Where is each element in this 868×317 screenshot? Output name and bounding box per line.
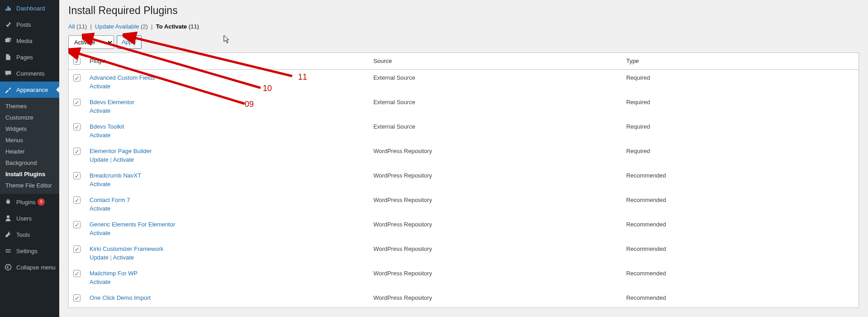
row-actions: Activate (90, 83, 364, 90)
row-action-activate[interactable]: Activate (90, 181, 110, 187)
sidebar-item-label: Posts (16, 21, 31, 28)
sidebar-item-label: Settings (16, 248, 38, 255)
cell-source: WordPress Repository (369, 265, 621, 290)
row-action-update[interactable]: Update (90, 156, 109, 163)
submenu-theme-file-editor[interactable]: Theme File Editor (0, 180, 59, 191)
select-all-checkbox[interactable] (73, 58, 81, 65)
annotation-label-09: 09 (245, 100, 254, 109)
appearance-icon (4, 85, 13, 94)
submenu-widgets[interactable]: Widgets (0, 123, 59, 134)
plugin-name-link[interactable]: One Click Demo Import (90, 294, 151, 301)
sidebar-item-users[interactable]: Users (0, 210, 59, 226)
plugins-icon (4, 197, 13, 207)
sidebar-item-tools[interactable]: Tools (0, 226, 59, 243)
sidebar-item-posts[interactable]: Posts (0, 16, 59, 33)
row-checkbox[interactable] (73, 148, 81, 155)
submenu-themes[interactable]: Themes (0, 101, 59, 112)
table-row: Kirki Customizer Framework Update | Acti… (69, 241, 859, 265)
annotation-label-11: 11 (298, 72, 307, 82)
row-checkbox[interactable] (73, 294, 81, 302)
plugin-name-link[interactable]: Generic Elements For Elementor (90, 221, 175, 228)
plugin-name-link[interactable]: Elementor Page Builder (90, 148, 152, 154)
plugin-name-link[interactable]: Advanced Custom Fields (90, 74, 155, 81)
row-actions: Activate (90, 205, 364, 212)
row-actions: Update | Activate (90, 156, 364, 163)
row-action-activate[interactable]: Activate (90, 205, 110, 212)
cell-source: WordPress Repository (369, 241, 621, 265)
row-checkbox[interactable] (73, 245, 81, 253)
row-action-update[interactable]: Update (90, 254, 109, 261)
bulk-action-select[interactable]: Activate (68, 35, 114, 49)
sidebar-item-plugins[interactable]: Plugins 3 (0, 194, 59, 210)
row-action-activate[interactable]: Activate (90, 279, 110, 285)
row-checkbox[interactable] (73, 123, 81, 130)
row-actions: Update | Activate (90, 254, 364, 261)
sidebar-item-appearance[interactable]: Appearance (0, 82, 59, 98)
table-row: Bdevs Elementor Activate External Source… (69, 94, 859, 119)
cell-source: WordPress Repository (369, 216, 621, 241)
row-checkbox[interactable] (73, 74, 81, 82)
dashboard-icon (4, 4, 13, 13)
submenu-background[interactable]: Background (0, 157, 59, 168)
submenu-header[interactable]: Header (0, 146, 59, 157)
col-plugin[interactable]: Plugin (85, 53, 369, 70)
media-icon (4, 36, 13, 45)
plugin-name-link[interactable]: Bdevs Toolkit (90, 123, 124, 130)
bulk-actions: Activate Apply (68, 35, 859, 49)
filter-all[interactable]: All (11) (68, 23, 87, 30)
table-row: One Click Demo Import WordPress Reposito… (69, 290, 859, 308)
pin-icon (4, 20, 13, 29)
row-actions: Activate (90, 132, 364, 139)
sidebar-item-pages[interactable]: Pages (0, 49, 59, 65)
plugin-name-link[interactable]: Contact Form 7 (90, 197, 130, 203)
cell-source: WordPress Repository (369, 290, 621, 308)
plugins-update-badge: 3 (38, 198, 45, 206)
plugins-table: Plugin Source Type Advanced Custom Field… (68, 53, 859, 308)
cell-source: WordPress Repository (369, 192, 621, 216)
row-actions: Activate (90, 107, 364, 114)
table-row: Mailchimp For WP Activate WordPress Repo… (69, 265, 859, 290)
row-action-activate[interactable]: Activate (90, 107, 110, 114)
submenu-install-plugins[interactable]: Install Plugins (0, 168, 59, 180)
sidebar-item-collapse[interactable]: Collapse menu (0, 259, 59, 275)
plugin-name-link[interactable]: Bdevs Elementor (90, 99, 134, 106)
col-type[interactable]: Type (621, 53, 859, 70)
appearance-submenu: Themes Customize Widgets Menus Header Ba… (0, 98, 59, 194)
filter-to-activate[interactable]: To Activate (11) (156, 23, 199, 30)
cell-source: WordPress Repository (369, 143, 621, 168)
svg-point-0 (5, 264, 11, 270)
filter-update-available[interactable]: Update Available (2) (95, 23, 148, 30)
settings-icon (4, 246, 13, 255)
row-checkbox[interactable] (73, 221, 81, 228)
row-action-activate[interactable]: Activate (90, 132, 110, 139)
sidebar-item-label: Comments (16, 70, 45, 77)
table-row: Contact Form 7 Activate WordPress Reposi… (69, 192, 859, 216)
comments-icon (4, 69, 13, 78)
cell-source: External Source (369, 119, 621, 143)
sidebar-item-comments[interactable]: Comments (0, 65, 59, 82)
sidebar-item-label: Plugins (16, 199, 36, 206)
submenu-customize[interactable]: Customize (0, 112, 59, 123)
row-checkbox[interactable] (73, 197, 81, 204)
cell-type: Recommended (621, 216, 859, 241)
sidebar-item-media[interactable]: Media (0, 33, 59, 49)
users-icon (4, 214, 13, 223)
plugin-name-link[interactable]: Breadcrumb NavXT (90, 172, 141, 179)
sidebar-item-dashboard[interactable]: Dashboard (0, 0, 59, 16)
submenu-menus[interactable]: Menus (0, 134, 59, 146)
apply-button[interactable]: Apply (117, 35, 142, 49)
plugin-name-link[interactable]: Kirki Customizer Framework (90, 245, 163, 252)
row-action-activate[interactable]: Activate (90, 230, 110, 236)
sidebar-item-settings[interactable]: Settings (0, 243, 59, 259)
row-action-activate[interactable]: Activate (90, 83, 110, 90)
row-checkbox[interactable] (73, 99, 81, 106)
row-checkbox[interactable] (73, 270, 81, 277)
sidebar-item-label: Media (16, 38, 32, 44)
cell-type: Recommended (621, 168, 859, 192)
plugin-name-link[interactable]: Mailchimp For WP (90, 270, 138, 277)
col-source[interactable]: Source (369, 53, 621, 70)
row-checkbox[interactable] (73, 172, 81, 179)
row-actions: Activate (90, 230, 364, 236)
row-action-activate[interactable]: Activate (113, 254, 134, 261)
row-action-activate[interactable]: Activate (113, 156, 134, 163)
